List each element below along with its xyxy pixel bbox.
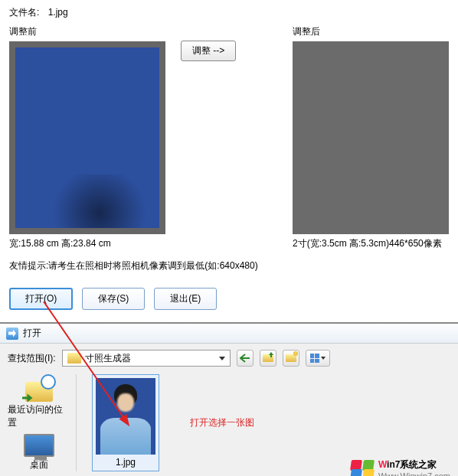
watermark-line1-prefix: W	[378, 459, 387, 470]
file-name-value: 1.jpg	[48, 7, 68, 18]
watermark-logo-icon	[351, 460, 374, 477]
after-dimensions: 2寸(宽:3.5cm 高:5.3cm)446*650像素	[293, 237, 449, 250]
after-label: 调整后	[293, 25, 449, 38]
new-folder-button[interactable]	[283, 350, 299, 367]
file-name-label: 文件名:	[9, 7, 39, 18]
save-button[interactable]: 保存(S)	[82, 288, 145, 310]
before-label: 调整前	[9, 25, 165, 38]
places-desktop-label: 桌面	[30, 458, 48, 471]
after-preview	[293, 41, 449, 234]
places-recent[interactable]: 最近访问的位置	[8, 374, 70, 429]
watermark: Win7系统之家 Www.Winwin7.com	[351, 458, 450, 476]
dialog-titlebar: 打开	[0, 324, 458, 344]
watermark-line1-rest: in7系统之家	[387, 459, 437, 470]
folder-icon	[67, 353, 81, 364]
dialog-title-text: 打开	[23, 327, 41, 340]
annotation-text: 打开选择一张图	[190, 416, 254, 429]
tip-text: 友情提示:请考生在照相时将照相机像素调到最低(如:640x480)	[9, 259, 449, 272]
before-preview	[9, 41, 165, 234]
thumbnail-filename: 1.jpg	[116, 457, 136, 468]
recent-icon	[22, 374, 56, 402]
places-desktop[interactable]: 桌面	[24, 434, 54, 471]
watermark-line2: Www.Winwin7.com	[378, 471, 450, 476]
folder-dropdown[interactable]: 寸照生成器	[62, 350, 231, 367]
open-button[interactable]: 打开(O)	[9, 288, 73, 310]
thumbnail-image	[96, 378, 155, 455]
file-thumbnail[interactable]: 1.jpg	[92, 374, 159, 471]
up-folder-button[interactable]	[260, 350, 276, 367]
open-dialog-icon	[6, 328, 18, 340]
before-dimensions: 宽:15.88 cm 高:23.84 cm	[9, 237, 165, 250]
view-mode-button[interactable]	[306, 350, 330, 367]
exit-button[interactable]: 退出(E)	[154, 288, 217, 310]
places-recent-label: 最近访问的位置	[8, 403, 70, 429]
adjust-button[interactable]: 调整 -->	[181, 41, 236, 61]
desktop-icon	[24, 434, 54, 457]
folder-name: 寸照生成器	[85, 352, 131, 365]
chevron-down-icon	[219, 357, 225, 360]
back-button[interactable]	[237, 350, 254, 367]
lookup-label: 查找范围(I):	[8, 352, 56, 365]
